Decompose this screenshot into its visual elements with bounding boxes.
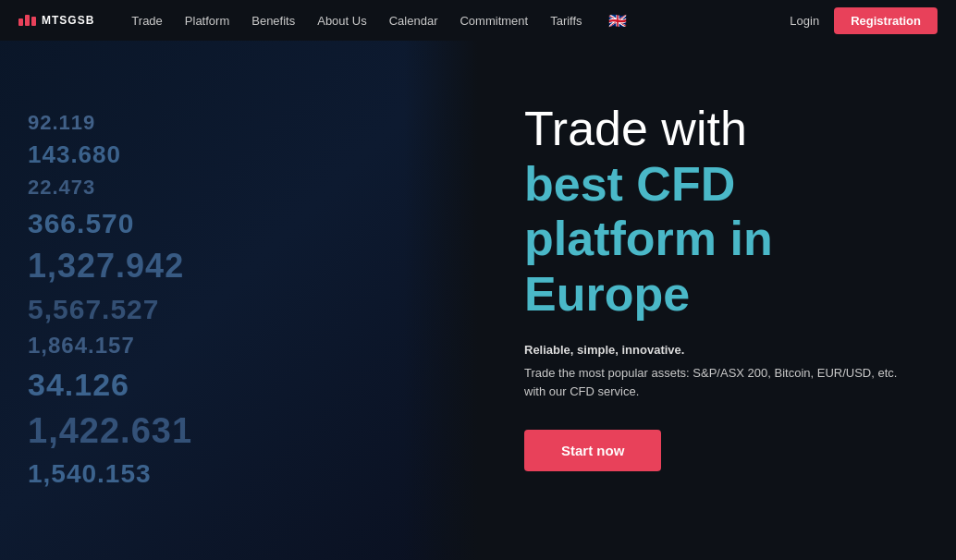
number-item: 1,422.631: [28, 408, 478, 454]
nav-link-platform[interactable]: Platform: [185, 14, 229, 28]
number-item: 143.680: [28, 140, 478, 171]
logo: MTSGSB: [18, 14, 94, 27]
nav-link-about-us[interactable]: About Us: [317, 14, 366, 28]
start-now-button[interactable]: Start now: [524, 430, 661, 471]
hero-content: Trade with best CFD platform in Europe R…: [478, 0, 956, 560]
number-item: 34.126: [28, 364, 478, 405]
hero-title: Trade with best CFD platform in Europe: [524, 102, 910, 323]
number-item: 1,327.942: [28, 245, 478, 288]
number-item: 92.119: [28, 110, 478, 137]
nav-link-calendar[interactable]: Calendar: [389, 14, 438, 28]
hero-title-teal: best CFD platform in Europe: [524, 157, 773, 322]
number-item: 1,540.153: [28, 457, 478, 491]
numbers-list: 92.119 143.680 22.473 366.570 1,327.942 …: [0, 101, 478, 501]
hero-subtitle-bold: Reliable, simple, innovative.: [524, 341, 910, 360]
registration-button[interactable]: Registration: [834, 7, 938, 34]
nav-link-commitment[interactable]: Commitment: [460, 14, 528, 28]
hero-subtitle: Reliable, simple, innovative. Trade the …: [524, 341, 910, 402]
language-flag-icon[interactable]: 🇬🇧: [608, 12, 627, 30]
nav-links: Trade Platform Benefits About Us Calenda…: [131, 12, 790, 30]
hero-section: 92.119 143.680 22.473 366.570 1,327.942 …: [0, 0, 956, 560]
logo-icon: [18, 15, 36, 26]
number-item: 366.570: [28, 205, 478, 241]
nav-link-trade[interactable]: Trade: [131, 14, 162, 28]
login-button[interactable]: Login: [790, 14, 819, 28]
hero-numbers-background: 92.119 143.680 22.473 366.570 1,327.942 …: [0, 0, 478, 560]
nav-link-benefits[interactable]: Benefits: [251, 14, 295, 28]
nav-link-tariffs[interactable]: Tariffs: [550, 14, 582, 28]
number-item: 22.473: [28, 175, 478, 201]
hero-subtitle-body: Trade the most popular assets: S&P/ASX 2…: [524, 366, 897, 399]
logo-bar-2: [25, 15, 30, 26]
hero-title-white: Trade with: [524, 102, 747, 155]
navbar: MTSGSB Trade Platform Benefits About Us …: [0, 0, 956, 41]
logo-text: MTSGSB: [42, 14, 94, 27]
number-item: 1,864.157: [28, 331, 478, 359]
logo-bar-3: [31, 17, 36, 26]
nav-actions: Login Registration: [790, 7, 938, 34]
logo-bar-1: [18, 18, 23, 26]
number-item: 5,567.527: [28, 291, 478, 327]
